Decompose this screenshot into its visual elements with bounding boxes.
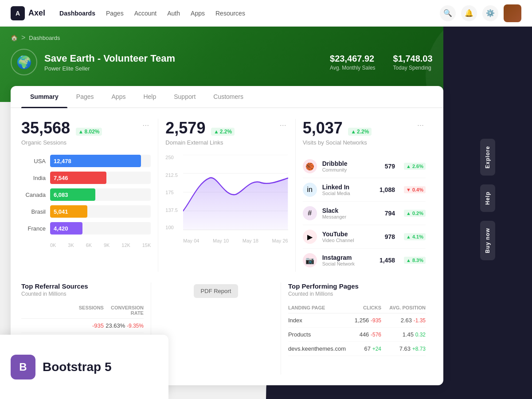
social-linkedin: in Linked In Social Media 1,088 ▼ 0.4% (303, 178, 426, 202)
linkedin-icon: in (303, 183, 317, 197)
youtube-icon: ▶ (303, 230, 317, 244)
stat-monthly-sales: $23,467.92 Avg. Monthly Sales (330, 54, 376, 71)
side-panel: Explore Help Buy now (443, 0, 532, 399)
metric-badge-links: ▲ 2.2% (211, 128, 235, 136)
stat-today-spending: $1,748.03 Today Spending (393, 54, 433, 71)
pdf-report-button[interactable]: PDF Report (194, 284, 239, 298)
help-button[interactable]: Help (480, 184, 495, 212)
metric-header-2: 2,579 ▲ 2.2% ··· (165, 119, 288, 137)
social-slack: # Slack Messanger 794 ▲ 0.2% (303, 202, 426, 225)
tab-help[interactable]: Help (134, 86, 165, 107)
page-row-index: Index 1,256 -935 2.63 -1.35 (288, 313, 426, 328)
dribbble-icon: 🏀 (303, 159, 317, 173)
metric-label-links: Domain External Links (165, 139, 288, 146)
instagram-icon: 📷 (303, 253, 317, 267)
bootstrap-icon: B (11, 355, 35, 379)
breadcrumb-separator: > (21, 34, 25, 42)
nav-auth[interactable]: Auth (167, 10, 180, 17)
social-list: 🏀 Dribbble Community 579 ▲ 2.6% in Linke… (303, 155, 426, 272)
breadcrumb-home[interactable]: 🏠 (11, 35, 18, 41)
referral-title: Top Referral Sources (21, 282, 144, 290)
bar-row-brasil: Brasil 5,041 (21, 205, 151, 218)
bar-row-usa: USA 12,478 (21, 155, 151, 167)
search-button[interactable]: 🔍 (440, 5, 456, 21)
buy-now-button[interactable]: Buy now (480, 221, 495, 260)
bar-row-canada: Canada 6,083 (21, 188, 151, 201)
breadcrumb-current: Dashboards (29, 35, 60, 41)
tab-apps[interactable]: Apps (103, 86, 135, 107)
more-btn-links[interactable]: ··· (278, 119, 288, 132)
nav-right: 🔍 🔔 ⚙️ (440, 4, 521, 22)
chart-canvas (183, 155, 288, 230)
page-row-devs: devs.keenthemes.com 67 +24 7.63 +8.73 (288, 342, 426, 356)
tabs: Summary Pages Apps Help Support Customer… (11, 86, 443, 108)
tab-customers[interactable]: Customers (204, 86, 252, 107)
metric-header-1: 35,568 ▲ 8.02% ··· (21, 119, 151, 137)
social-youtube: ▶ YouTube Video Channel 978 ▲ 4.1% (303, 225, 426, 249)
referral-row-1: -935 23.63% -9.35% (21, 319, 144, 333)
tab-support[interactable]: Support (165, 86, 204, 107)
metric-badge-social: ▲ 2.2% (348, 128, 372, 136)
banner-text: Save Earth - Volunteer Team Power Elite … (44, 53, 175, 72)
bar-chart: USA 12,478 India 7,546 (21, 155, 151, 248)
tab-summary[interactable]: Summary (21, 86, 67, 107)
social-instagram: 📷 Instagram Social Network 1,458 ▲ 8.3% (303, 249, 426, 272)
social-dribbble: 🏀 Dribbble Community 579 ▲ 2.6% (303, 155, 426, 178)
bootstrap-title: Bootstrap 5 (43, 360, 112, 374)
metric-label-sessions: Organic Sessions (21, 139, 151, 146)
referral-header: SESSIONS CONVERSION RATE (21, 302, 144, 319)
nav-account[interactable]: Account (134, 10, 157, 17)
brand[interactable]: A Axel (11, 6, 45, 20)
metric-header-3: 5,037 ▲ 2.2% ··· (303, 119, 426, 137)
explore-button[interactable]: Explore (480, 139, 495, 176)
domain-links-section: 2,579 ▲ 2.2% ··· Domain External Links 2… (158, 119, 295, 272)
page-row-products: Products 446 -576 1.45 0.32 (288, 328, 426, 342)
referral-subtitle: Counted in Millions (21, 291, 144, 297)
metric-label-social: Visits by Social Networks (303, 139, 426, 146)
notifications-button[interactable]: 🔔 (461, 5, 477, 21)
banner-logo: 🌍 (11, 49, 37, 75)
line-chart: 250 212.5 175 137.5 100 (165, 155, 288, 243)
x-labels: May 04 May 10 May 18 May 26 (183, 238, 288, 243)
navbar: A Axel Dashboards Pages Account Auth App… (0, 0, 532, 27)
pdf-section: PDF Report (151, 282, 281, 375)
x-axis: 0K 3K 6K 9K 12K 15K (21, 239, 151, 248)
more-btn-sessions[interactable]: ··· (141, 119, 151, 132)
nav-resources[interactable]: Resources (215, 10, 245, 17)
banner-title: Save Earth - Volunteer Team (44, 53, 175, 64)
y-labels: 250 212.5 175 137.5 100 (165, 155, 178, 230)
bar-row-france: France 4,420 (21, 222, 151, 235)
more-btn-social[interactable]: ··· (415, 119, 426, 132)
settings-button[interactable]: ⚙️ (482, 5, 498, 21)
user-avatar[interactable] (504, 4, 521, 22)
bootstrap-overlay: B Bootstrap 5 (0, 335, 168, 399)
bar-row-india: India 7,546 (21, 172, 151, 184)
nav-pages[interactable]: Pages (106, 10, 124, 17)
brand-name: Axel (28, 8, 45, 18)
social-section: 5,037 ▲ 2.2% ··· Visits by Social Networ… (296, 119, 433, 272)
organic-sessions-section: 35,568 ▲ 8.02% ··· Organic Sessions USA … (21, 119, 158, 272)
banner-subtitle: Power Elite Seller (44, 65, 175, 72)
top-pages-section: Top Performing Pages Counted in Millions… (281, 282, 433, 375)
top-pages-subtitle: Counted in Millions (288, 291, 426, 297)
brand-icon: A (11, 6, 25, 20)
nav-dashboards[interactable]: Dashboards (59, 10, 95, 17)
top-pages-header: LANDING PAGE CLICKS AVG. POSITION (288, 302, 426, 313)
nav-apps[interactable]: Apps (191, 10, 205, 17)
metric-badge-sessions: ▲ 8.02% (76, 128, 102, 136)
metrics-grid: 35,568 ▲ 8.02% ··· Organic Sessions USA … (11, 108, 443, 282)
slack-icon: # (303, 206, 317, 220)
tab-pages[interactable]: Pages (67, 86, 103, 107)
metric-value-sessions: 35,568 ▲ 8.02% (21, 119, 102, 137)
top-pages-title: Top Performing Pages (288, 282, 426, 290)
nav-links: Dashboards Pages Account Auth Apps Resou… (59, 10, 440, 17)
